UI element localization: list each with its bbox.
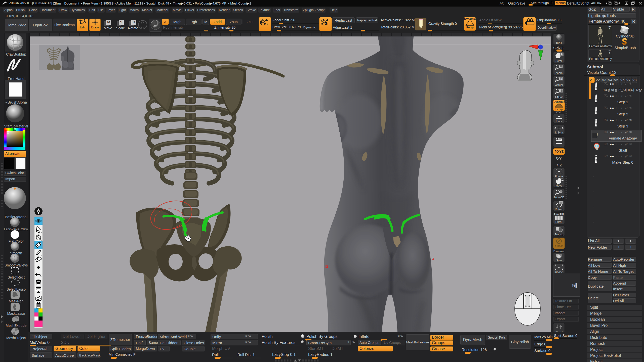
svg-text:S: S xyxy=(265,22,268,26)
svg-text:D: D xyxy=(326,22,328,26)
svg-text:x1: x1 xyxy=(560,78,562,80)
